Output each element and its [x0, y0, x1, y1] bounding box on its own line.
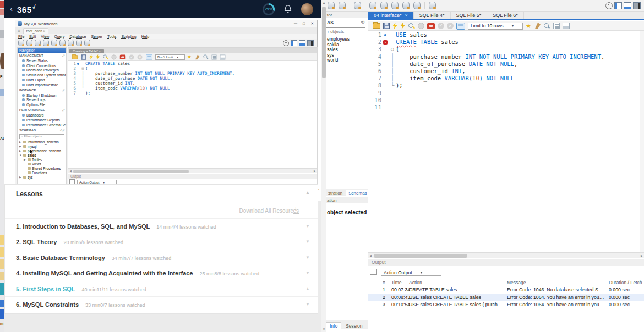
- explain-icon[interactable]: [408, 23, 415, 30]
- create-table-icon[interactable]: [380, 2, 388, 9]
- lesson-row[interactable]: 3. Basic Database Terminology34 min7/7 l…: [5, 250, 318, 265]
- invisible-chars-icon[interactable]: [211, 54, 216, 59]
- schema-tree-item[interactable]: ▶performance_schema: [18, 149, 66, 153]
- schema-tree-item[interactable]: Stored Procedures: [18, 167, 66, 171]
- explain-icon[interactable]: [103, 54, 108, 60]
- menu-server[interactable]: Server: [91, 35, 102, 38]
- lesson-row[interactable]: 2. SQL Theory20 min6/6 lessons watched▼: [5, 234, 318, 250]
- sql-file-tab[interactable]: SQL File 4*: [414, 12, 451, 19]
- menu-help[interactable]: Help: [141, 35, 149, 38]
- expand-arrow-icon[interactable]: ▶: [24, 158, 26, 161]
- navigator-item[interactable]: Data Import/Restore: [18, 82, 66, 87]
- chevron-icon[interactable]: ▼: [305, 302, 310, 307]
- user-avatar[interactable]: [301, 3, 313, 15]
- back-chevron-icon[interactable]: ‹: [10, 4, 13, 13]
- save-icon[interactable]: [383, 23, 390, 29]
- schema-filter-input[interactable]: ⌕Filter objects: [19, 134, 64, 139]
- schema-filter-input[interactable]: r objects: [326, 27, 365, 35]
- save-icon[interactable]: [81, 54, 86, 59]
- menu-edit[interactable]: Edit: [29, 35, 36, 38]
- row-limit-dropdown[interactable]: Limit to 10 rows▼: [468, 23, 523, 30]
- search-table-data-icon[interactable]: [76, 40, 82, 46]
- expand-arrow-icon[interactable]: ▶: [19, 176, 22, 179]
- scrollbar-thumb[interactable]: [322, 7, 326, 78]
- menu-tools[interactable]: Tools: [107, 35, 116, 38]
- navigator-item[interactable]: Users and Privileges: [18, 68, 66, 73]
- sql-file-tab[interactable]: 04 interface*×: [368, 12, 414, 19]
- open-file-icon[interactable]: [373, 23, 380, 29]
- navigator-item[interactable]: Server Logs: [18, 98, 66, 103]
- course-progress-ring[interactable]: 29%: [263, 3, 275, 15]
- stop-on-error-icon[interactable]: [120, 54, 126, 59]
- expand-arrow-icon[interactable]: ▶: [19, 145, 22, 148]
- execute-icon[interactable]: [392, 23, 397, 30]
- toggle-sidebar-icon[interactable]: [614, 2, 622, 9]
- search-table-data-icon[interactable]: [413, 2, 421, 9]
- open-model-icon[interactable]: [35, 40, 41, 46]
- chevron-icon[interactable]: ▼: [305, 270, 310, 275]
- wizard-icon[interactable]: ★: [526, 23, 531, 30]
- navigator-item[interactable]: Startup / Shutdown: [18, 93, 66, 98]
- tab-session[interactable]: Session: [342, 323, 365, 329]
- create-procedure-icon[interactable]: [402, 2, 410, 9]
- chevron-icon[interactable]: ▼: [305, 224, 310, 229]
- wrap-text-icon[interactable]: [563, 23, 570, 29]
- navigator-item[interactable]: Dashboard: [18, 113, 66, 118]
- new-connection-icon[interactable]: [18, 40, 24, 46]
- refresh-icon[interactable]: ⟲⤢: [60, 129, 64, 132]
- new-query-tab-icon[interactable]: [26, 40, 32, 46]
- stop-icon[interactable]: [418, 23, 424, 29]
- sql-file-tab[interactable]: SQL File 6*: [487, 12, 524, 19]
- expand-icon[interactable]: ⤢: [62, 54, 64, 58]
- navigator-item[interactable]: Status and System Variables: [18, 73, 66, 78]
- site-logo[interactable]: 365√: [17, 4, 36, 14]
- lesson-row[interactable]: 4. Installing MySQL and Getting Acquaint…: [5, 265, 318, 281]
- tab-close-icon[interactable]: ×: [405, 13, 408, 18]
- open-model-icon[interactable]: [354, 2, 361, 9]
- reconnect-dbms-icon[interactable]: [429, 2, 436, 9]
- open-file-icon[interactable]: [72, 55, 78, 59]
- hscroll-thumb[interactable]: [374, 254, 467, 258]
- sql-editor[interactable]: 1USE sales2×CREATE TABLE sales3⊖(4│ purc…: [368, 31, 644, 252]
- output-type-dropdown[interactable]: Action Output▼: [381, 269, 441, 276]
- schema-tree-item[interactable]: Views: [18, 162, 66, 167]
- navigator-item[interactable]: Performance Reports: [18, 118, 66, 123]
- autocommit-icon[interactable]: [456, 23, 465, 30]
- menu-query[interactable]: Query: [54, 35, 64, 38]
- navigator-item[interactable]: Server Status: [18, 58, 66, 63]
- chevron-icon[interactable]: ▼: [305, 239, 310, 244]
- commit-icon[interactable]: [438, 23, 444, 29]
- schema-tree-item[interactable]: ▼sales: [18, 153, 66, 158]
- tab-schemas[interactable]: Schemas: [346, 190, 369, 196]
- collapse-chevron-icon[interactable]: ▲: [305, 190, 310, 195]
- expand-arrow-icon[interactable]: ▶: [19, 150, 22, 152]
- new-query-tab-icon[interactable]: [339, 2, 346, 9]
- menu-view[interactable]: View: [41, 35, 49, 38]
- lesson-row[interactable]: 6. MySQL Constraints33 min0/7 lessons wa…: [5, 297, 318, 312]
- output-row[interactable]: 300:10:54USE sales CREATE TABLE sales ( …: [368, 301, 644, 309]
- menu-scripting[interactable]: Scripting: [121, 35, 136, 38]
- browser-scrollbar[interactable]: ▲ ▼: [321, 0, 326, 332]
- tab-info[interactable]: Info: [326, 322, 341, 329]
- lesson-row[interactable]: 5. First Steps in SQL40 min11/11 lessons…: [5, 281, 318, 297]
- preferences-gear-icon[interactable]: [605, 2, 613, 9]
- menu-file[interactable]: File: [18, 35, 24, 38]
- execute-current-icon[interactable]: [400, 23, 405, 30]
- rollback-icon[interactable]: [447, 23, 454, 29]
- wizard-icon[interactable]: ★: [187, 54, 191, 60]
- execute-icon[interactable]: [89, 54, 93, 60]
- menu-database[interactable]: Database: [69, 35, 86, 38]
- new-connection-icon[interactable]: [328, 2, 335, 9]
- beautify-icon[interactable]: [194, 54, 199, 59]
- reconnect-dbms-icon[interactable]: [84, 40, 90, 46]
- toggle-output-icon[interactable]: [624, 2, 631, 9]
- create-view-icon[interactable]: [391, 2, 399, 9]
- create-schema-icon[interactable]: [369, 2, 376, 9]
- expand-arrow-icon[interactable]: ▼: [19, 154, 22, 157]
- invisible-chars-icon[interactable]: [553, 23, 560, 29]
- beautify-icon[interactable]: [534, 23, 541, 29]
- copy-output-icon[interactable]: [372, 269, 377, 275]
- toggle-secondary-sidebar-icon[interactable]: [633, 2, 641, 9]
- expand-icon[interactable]: ⤢: [62, 108, 64, 112]
- schema-item-world[interactable]: world: [326, 58, 368, 63]
